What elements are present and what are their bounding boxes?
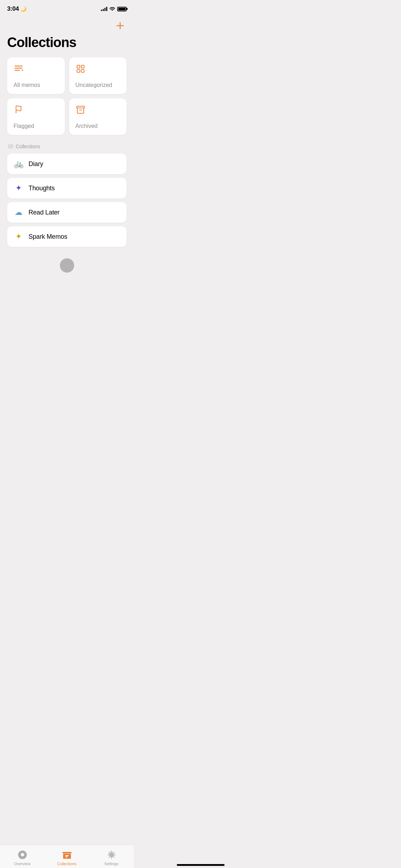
status-icons (101, 6, 127, 12)
read-later-icon: ☁ (14, 208, 24, 217)
thoughts-collection-item[interactable]: ✦ Thoughts (7, 178, 127, 198)
svg-point-3 (22, 69, 23, 71)
status-bar: 3:04 🌙 (0, 0, 134, 16)
wifi-icon (109, 6, 115, 12)
add-button[interactable] (114, 19, 127, 32)
archived-label: Archived (76, 123, 120, 129)
flagged-card[interactable]: Flagged (7, 98, 65, 135)
svg-rect-4 (77, 65, 80, 68)
uncategorized-label: Uncategorized (76, 82, 120, 88)
thoughts-icon: ✦ (14, 184, 24, 193)
spark-memos-collection-item[interactable]: ✦ Spark Memos (7, 226, 127, 247)
collections-list-icon (8, 144, 14, 149)
svg-rect-1 (15, 68, 22, 69)
svg-rect-5 (81, 65, 84, 68)
svg-rect-2 (15, 70, 20, 71)
diary-icon: 🚲 (14, 159, 24, 169)
page-title: Collections (0, 32, 134, 57)
list-icon (14, 64, 58, 76)
spark-memos-icon: ✦ (14, 232, 24, 241)
svg-rect-6 (77, 69, 80, 72)
archive-icon (76, 105, 120, 117)
all-memos-label: All memos (14, 82, 58, 88)
collections-list: 🚲 Diary ✦ Thoughts ☁ Read Later ✦ Spark … (0, 154, 134, 247)
all-memos-card[interactable]: All memos (7, 57, 65, 94)
moon-icon: 🌙 (20, 6, 26, 12)
collections-section-header: Collections (0, 144, 134, 154)
svg-rect-8 (77, 106, 84, 108)
status-time: 3:04 (7, 5, 19, 12)
thoughts-label: Thoughts (29, 185, 55, 192)
read-later-label: Read Later (29, 209, 60, 216)
battery-icon (117, 7, 127, 11)
spark-memos-label: Spark Memos (29, 233, 67, 241)
signal-icon (101, 7, 107, 11)
diary-label: Diary (29, 160, 43, 168)
header-area (0, 16, 134, 32)
scroll-indicator (60, 258, 74, 273)
flagged-label: Flagged (14, 123, 58, 129)
svg-rect-7 (81, 69, 84, 72)
flag-icon (14, 105, 58, 117)
archived-card[interactable]: Archived (69, 98, 127, 135)
uncategorized-card[interactable]: Uncategorized (69, 57, 127, 94)
grid-icon (76, 64, 120, 76)
read-later-collection-item[interactable]: ☁ Read Later (7, 202, 127, 223)
grid-cards: All memos Uncategorized Flagged (0, 57, 134, 135)
diary-collection-item[interactable]: 🚲 Diary (7, 154, 127, 174)
svg-rect-0 (15, 66, 22, 67)
collections-section-label: Collections (16, 144, 40, 149)
